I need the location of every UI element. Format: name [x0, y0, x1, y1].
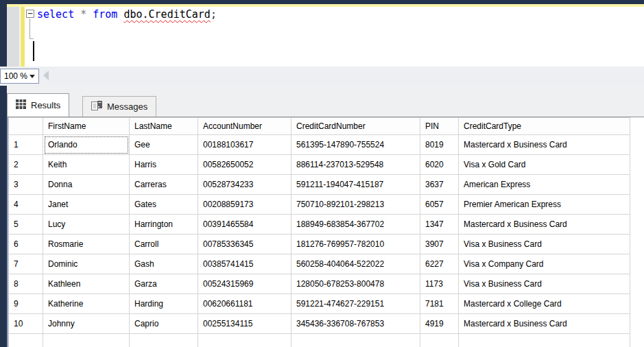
table-cell[interactable]: 560258-404064-522022	[291, 254, 420, 274]
table-cell[interactable]: Dominic	[43, 254, 130, 274]
table-cell[interactable]: 188949-683854-367702	[291, 215, 420, 235]
sql-query-line[interactable]: select * from dbo.CreditCard;	[37, 8, 217, 21]
row-header-cell[interactable]: 3	[9, 175, 43, 195]
table-cell[interactable]: Harris	[130, 155, 198, 175]
table-cell[interactable]: Donna	[43, 175, 130, 195]
table-cell[interactable]: 128050-678253-800478	[291, 274, 420, 294]
sql-token-operator: *	[80, 8, 86, 21]
selected-cell[interactable]: Orlando	[43, 135, 130, 155]
table-cell[interactable]: 00255134115	[198, 314, 291, 334]
row-header-cell[interactable]: 7	[9, 254, 43, 274]
table-cell[interactable]: 00785336345	[198, 235, 291, 254]
table-cell[interactable]: 591211-194047-415187	[291, 175, 420, 195]
table-cell[interactable]: Katherine	[43, 294, 130, 314]
table-cell[interactable]: Janet	[43, 195, 130, 215]
table-cell[interactable]: 591221-474627-229151	[291, 294, 420, 314]
table-cell[interactable]: 4919	[420, 314, 459, 334]
table-cell[interactable]: 3637	[420, 175, 459, 195]
table-cell[interactable]: 181276-769957-782010	[291, 235, 420, 254]
corner-header-cell[interactable]	[9, 118, 43, 135]
row-header-cell[interactable]: 1	[9, 135, 43, 155]
table-cell[interactable]: 00385741415	[198, 254, 291, 274]
table-cell[interactable]	[130, 334, 198, 347]
change-tracking-bar	[21, 7, 25, 67]
table-cell[interactable]: 00582650052	[198, 155, 291, 175]
table-cell[interactable]	[459, 334, 630, 347]
row-header-cell[interactable]: 5	[9, 215, 43, 235]
zoom-level-value: 100 %	[1, 71, 29, 81]
table-cell[interactable]: Kathleen	[43, 274, 130, 294]
table-cell[interactable]: 00391465584	[198, 215, 291, 235]
table-cell[interactable]: 00528734233	[198, 175, 291, 195]
row-header-cell[interactable]: 10	[9, 314, 43, 334]
table-cell[interactable]	[43, 334, 130, 347]
table-cell[interactable]: Carroll	[130, 235, 198, 254]
table-cell[interactable]: 00208859173	[198, 195, 291, 215]
table-cell[interactable]: Harding	[130, 294, 198, 314]
table-cell[interactable]: Mastercard x Business Card	[459, 215, 630, 235]
sql-editor-pane[interactable]: – select * from dbo.CreditCard;	[7, 7, 644, 67]
table-cell[interactable]: 750710-892101-298213	[291, 195, 420, 215]
table-cell[interactable]: Carreras	[130, 175, 198, 195]
table-cell[interactable]: Caprio	[130, 314, 198, 334]
table-cell[interactable]: 00188103617	[198, 135, 291, 155]
table-cell[interactable]: Johnny	[43, 314, 130, 334]
table-cell[interactable]: 8019	[420, 135, 459, 155]
table-cell[interactable]: Visa x Company Card	[459, 254, 630, 274]
table-cell[interactable]: American Express	[459, 175, 630, 195]
tab-results[interactable]: Results	[7, 93, 69, 117]
table-cell[interactable]: 6020	[420, 155, 459, 175]
table-cell[interactable]: Harrington	[130, 215, 198, 235]
table-cell[interactable]	[198, 334, 291, 347]
column-header[interactable]: CreditCardType	[459, 118, 630, 135]
code-collapse-toggle[interactable]: –	[26, 10, 34, 18]
zoom-level-dropdown[interactable]: 100 %	[0, 69, 39, 84]
column-header[interactable]: PIN	[420, 118, 459, 135]
sql-token-keyword: from	[93, 8, 117, 21]
text-caret	[33, 41, 34, 61]
row-header-cell[interactable]	[9, 334, 43, 347]
table-cell[interactable]: 00524315969	[198, 274, 291, 294]
table-cell[interactable]: Visa x Business Card	[459, 274, 630, 294]
sql-token-keyword: select	[37, 8, 74, 21]
table-cell[interactable]	[291, 334, 420, 347]
column-header[interactable]: AccountNumber	[198, 118, 291, 135]
table-cell[interactable]: Visa x Business Card	[459, 235, 630, 254]
row-header-cell[interactable]: 2	[9, 155, 43, 175]
table-cell[interactable]: Mastercard x Business Card	[459, 314, 630, 334]
table-row: 2KeithHarris00582650052886114-237013-529…	[9, 155, 630, 175]
row-header-cell[interactable]: 6	[9, 235, 43, 254]
column-header[interactable]: CreditCardNumber	[291, 118, 420, 135]
table-cell[interactable]: 345436-336708-767853	[291, 314, 420, 334]
table-cell[interactable]: Garza	[130, 274, 198, 294]
table-cell[interactable]: 7181	[420, 294, 459, 314]
table-cell[interactable]: Mastercard x Business Card	[459, 135, 630, 155]
table-cell[interactable]: Mastercard x College Card	[459, 294, 630, 314]
row-header-cell[interactable]: 8	[9, 274, 43, 294]
row-header-cell[interactable]: 4	[9, 195, 43, 215]
table-cell[interactable]: Rosmarie	[43, 235, 130, 254]
results-grid-panel: FirstNameLastNameAccountNumberCreditCard…	[7, 117, 644, 347]
table-cell[interactable]	[420, 334, 459, 347]
table-cell[interactable]: Gee	[130, 135, 198, 155]
table-cell[interactable]: 6227	[420, 254, 459, 274]
table-cell[interactable]: 1347	[420, 215, 459, 235]
table-cell[interactable]: Keith	[43, 155, 130, 175]
table-cell[interactable]: 1173	[420, 274, 459, 294]
scroll-left-icon[interactable]	[43, 71, 49, 80]
table-cell[interactable]: Visa x Gold Card	[459, 155, 630, 175]
table-cell[interactable]: 6057	[420, 195, 459, 215]
table-cell[interactable]: Gates	[130, 195, 198, 215]
table-cell[interactable]: 886114-237013-529548	[291, 155, 420, 175]
tab-messages[interactable]: Messages	[82, 96, 156, 117]
table-cell[interactable]: Gash	[130, 254, 198, 274]
column-header[interactable]: LastName	[130, 118, 198, 135]
column-header[interactable]: FirstName	[43, 118, 130, 135]
table-cell[interactable]: 561395-147890-755524	[291, 135, 420, 155]
table-cell[interactable]: Lucy	[43, 215, 130, 235]
table-cell[interactable]: Premier American Express	[459, 195, 630, 215]
table-cell[interactable]: 3907	[420, 235, 459, 254]
table-cell[interactable]: 00620661181	[198, 294, 291, 314]
window-left-edge	[0, 0, 7, 347]
row-header-cell[interactable]: 9	[9, 294, 43, 314]
